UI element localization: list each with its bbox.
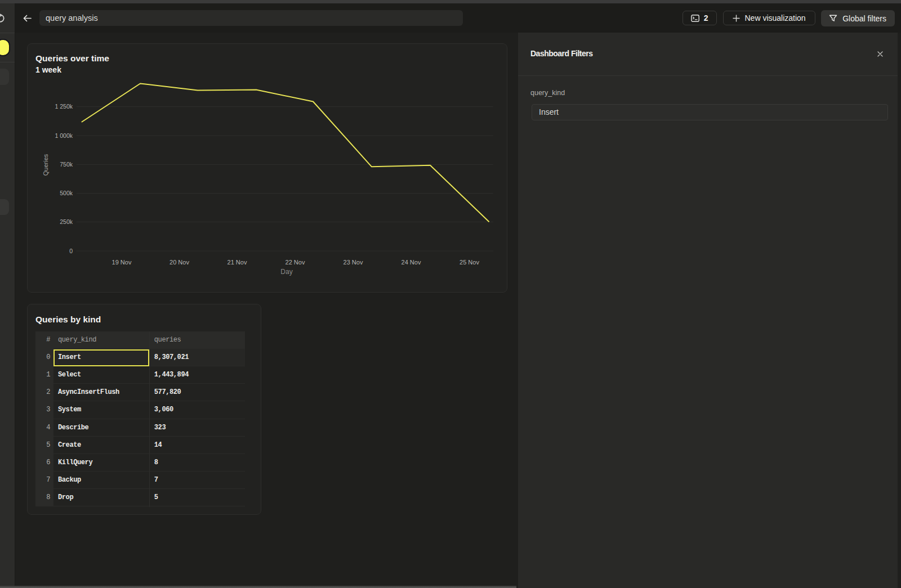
svg-text:0: 0 (69, 248, 73, 254)
svg-text:23 Nov: 23 Nov (344, 259, 363, 266)
svg-text:750k: 750k (60, 161, 73, 168)
svg-text:20 Nov: 20 Nov (170, 259, 189, 266)
svg-text:1 250k: 1 250k (55, 103, 73, 110)
svg-text:24 Nov: 24 Nov (402, 259, 421, 266)
svg-text:21 Nov: 21 Nov (228, 259, 247, 266)
svg-text:25 Nov: 25 Nov (460, 259, 479, 266)
svg-text:22 Nov: 22 Nov (286, 259, 305, 266)
svg-text:Queries: Queries (42, 154, 49, 176)
svg-text:19 Nov: 19 Nov (112, 259, 132, 266)
svg-text:250k: 250k (60, 218, 73, 225)
svg-text:1 000k: 1 000k (55, 132, 73, 139)
svg-text:Day: Day (280, 268, 292, 276)
svg-text:500k: 500k (60, 190, 73, 196)
